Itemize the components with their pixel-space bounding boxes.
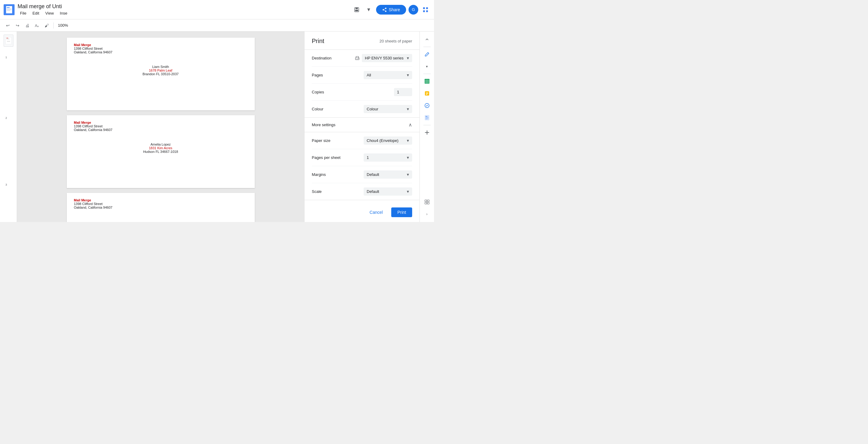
svg-rect-11 xyxy=(423,10,425,12)
page-2: Mail Merge 1398 Clifford Street Oakland,… xyxy=(67,115,255,188)
recip-street-2: 1831 Kim Acres xyxy=(143,146,178,150)
print-actions: Cancel Print xyxy=(305,202,420,222)
top-bar: Mail merge of Unti File Edit View Inse ▼… xyxy=(0,0,434,20)
svg-rect-20 xyxy=(7,41,10,42)
pages-per-sheet-label: Pages per sheet xyxy=(312,155,341,160)
print-header: Print 20 sheets of paper xyxy=(305,32,420,50)
sender-name-2: Mail Merge xyxy=(74,121,113,124)
redo-btn[interactable]: ↪ xyxy=(13,21,22,30)
paper-size-label: Paper size xyxy=(312,138,330,143)
recip-city-2: Hudson FL 34667-1018 xyxy=(143,150,178,154)
more-settings-chevron: ∧ xyxy=(408,122,412,128)
edit-icon-btn[interactable] xyxy=(422,49,432,60)
destination-select[interactable]: HP ENVY 5530 series Save as PDF xyxy=(362,54,412,62)
sender-line1-2: 1398 Clifford Street xyxy=(74,124,113,128)
scale-row: Scale Default Fit to page Custom ▼ xyxy=(312,183,412,200)
right-panel: ▼ xyxy=(420,32,434,222)
print-button[interactable]: Print xyxy=(391,208,412,217)
destination-label: Destination xyxy=(312,56,332,60)
cancel-button[interactable]: Cancel xyxy=(365,208,388,217)
doc-icon xyxy=(4,4,14,15)
scale-select-wrapper: Default Fit to page Custom ▼ xyxy=(364,187,412,196)
print-section-main: Destination HP ENVY 5530 series Save as … xyxy=(305,50,420,118)
apps-icon-btn[interactable] xyxy=(421,5,430,14)
sender-name-1: Mail Merge xyxy=(74,43,113,47)
svg-rect-4 xyxy=(7,9,11,10)
scale-label: Scale xyxy=(312,189,322,194)
docs2-icon-btn[interactable] xyxy=(422,112,432,123)
recip-street-1: 1678 Palm Leaf xyxy=(143,68,179,72)
user-avatar[interactable]: G xyxy=(408,5,418,14)
dropdown-btn[interactable]: ▼ xyxy=(364,5,374,14)
ruler-num-2: 2 xyxy=(5,117,7,120)
recip-name-2: Amelia Lopez xyxy=(143,142,178,146)
undo-btn[interactable]: ↩ xyxy=(4,21,12,30)
pages-label: Pages xyxy=(312,73,323,77)
svg-rect-32 xyxy=(426,93,428,94)
sender-line2-2: Oakland, California 94607 xyxy=(74,128,113,132)
spell-check-btn[interactable]: A a xyxy=(33,21,41,30)
sheets-icon-btn[interactable] xyxy=(422,76,432,87)
edit-dropdown-btn[interactable]: ▼ xyxy=(422,61,432,72)
svg-rect-9 xyxy=(423,7,425,9)
margins-select[interactable]: Default None Minimum xyxy=(364,170,412,179)
menu-insert[interactable]: Inse xyxy=(57,10,70,16)
printer-icon xyxy=(354,56,360,61)
save-icon-btn[interactable] xyxy=(352,5,362,14)
menu-view[interactable]: View xyxy=(43,10,56,16)
svg-rect-36 xyxy=(426,116,427,117)
expand-icon-btn[interactable] xyxy=(422,196,432,208)
print-panel: Print 20 sheets of paper Destination HP … xyxy=(304,32,420,222)
collapse-btn[interactable] xyxy=(422,34,432,45)
svg-rect-18 xyxy=(6,39,9,39)
copies-label: Copies xyxy=(312,90,324,94)
scale-select[interactable]: Default Fit to page Custom xyxy=(364,187,412,196)
sheets-info: 20 sheets of paper xyxy=(379,39,412,43)
keep-icon-btn[interactable] xyxy=(422,88,432,99)
paper-size-row: Paper size Chou4 (Envelope) A4 Letter ▼ xyxy=(312,132,412,149)
svg-rect-17 xyxy=(6,38,9,39)
doc-canvas: Mail Merge 1398 Clifford Street Oakland,… xyxy=(17,32,304,222)
recipient-block-2: Amelia Lopez 1831 Kim Acres Hudson FL 34… xyxy=(143,142,178,154)
toolbar-divider-1 xyxy=(53,23,54,29)
colour-label: Colour xyxy=(312,107,323,111)
margins-row: Margins Default None Minimum ▼ xyxy=(312,166,412,183)
colour-row: Colour Colour Black & white ▼ xyxy=(312,101,412,117)
add-addon-btn[interactable] xyxy=(422,127,432,138)
colour-select[interactable]: Colour Black & white xyxy=(364,105,412,113)
paper-size-select[interactable]: Chou4 (Envelope) A4 Letter xyxy=(364,136,412,145)
pages-select-wrapper: All Custom ▼ xyxy=(364,71,412,79)
sender-line2-3: Oakland, California 94607 xyxy=(74,205,113,209)
zoom-level[interactable]: 100% xyxy=(56,23,70,28)
paper-size-select-wrapper: Chou4 (Envelope) A4 Letter ▼ xyxy=(364,136,412,145)
next-page-btn[interactable]: › xyxy=(422,209,432,220)
recip-city-1: Brandon FL 33510-2037 xyxy=(143,72,179,76)
copies-input[interactable] xyxy=(394,88,412,96)
paintformat-btn[interactable]: 🖌 xyxy=(42,21,51,30)
svg-rect-33 xyxy=(426,94,427,95)
svg-rect-10 xyxy=(426,7,428,9)
svg-rect-38 xyxy=(426,118,429,118)
more-settings-header[interactable]: More settings ∧ xyxy=(305,118,420,132)
svg-rect-35 xyxy=(425,115,429,120)
destination-select-wrapper: HP ENVY 5530 series Save as PDF ▼ xyxy=(354,54,412,62)
share-button[interactable]: Share xyxy=(376,5,406,14)
page-thumb-1[interactable] xyxy=(4,35,13,47)
pages-per-sheet-select[interactable]: 1 2 4 xyxy=(364,154,412,162)
return-address-2: Mail Merge 1398 Clifford Street Oakland,… xyxy=(74,121,113,132)
svg-rect-39 xyxy=(426,119,428,119)
menu-edit[interactable]: Edit xyxy=(30,10,41,16)
print-btn-toolbar[interactable]: 🖨 xyxy=(23,21,32,30)
page-1: Mail Merge 1398 Clifford Street Oakland,… xyxy=(67,38,255,110)
return-address-3: Mail Merge 1398 Clifford Street Oakland,… xyxy=(74,198,113,209)
menu-file[interactable]: File xyxy=(18,10,29,16)
pages-select[interactable]: All Custom xyxy=(364,71,412,79)
margins-label: Margins xyxy=(312,172,326,177)
toolbar-row: ↩ ↪ 🖨 A a 🖌 100% xyxy=(0,20,434,32)
tasks-icon-btn[interactable] xyxy=(422,100,432,111)
title-area: Mail merge of Unti File Edit View Inse xyxy=(18,3,70,16)
svg-text:a: a xyxy=(37,25,39,28)
print-title: Print xyxy=(312,38,324,44)
share-label: Share xyxy=(389,7,400,12)
doc-title[interactable]: Mail merge of Unti xyxy=(18,3,70,10)
